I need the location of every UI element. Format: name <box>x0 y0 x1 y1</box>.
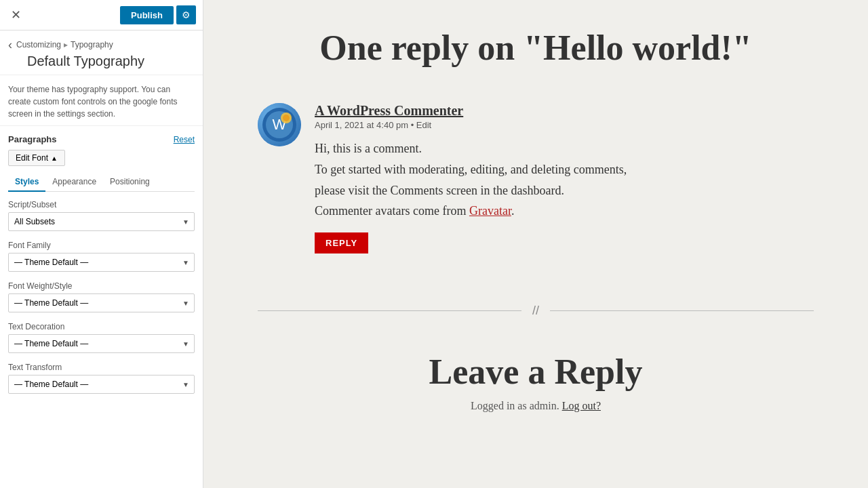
comment-line4: Commenter avatars come from <box>315 204 466 218</box>
publish-area: Publish ⚙ <box>120 5 196 24</box>
comment-meta: April 1, 2021 at 4:40 pm • Edit <box>315 120 814 130</box>
font-weight-wrapper: — Theme Default — Normal Bold Italic <box>8 293 195 312</box>
section-header: Paragraphs Reset <box>8 134 195 144</box>
comment-end: . <box>511 204 515 218</box>
paragraphs-title: Paragraphs <box>8 134 57 144</box>
breadcrumb-arrow-icon: ▸ <box>64 40 68 49</box>
panel-header: ‹ Customizing ▸ Typography Default Typog… <box>0 30 203 75</box>
top-bar: ✕ Publish ⚙ <box>0 0 203 30</box>
text-decoration-select[interactable]: — Theme Default — None Underline Line-th… <box>8 334 195 353</box>
panel-title: Default Typography <box>27 54 195 69</box>
divider-symbol: // <box>532 304 539 318</box>
paragraphs-section: Paragraphs Reset Edit Font ▲ Styles Appe… <box>0 126 203 409</box>
divider-right <box>550 310 814 311</box>
comment-section: W A WordPress Commenter April 1, 2021 at… <box>258 89 814 283</box>
comment-avatar: W <box>258 103 301 146</box>
customizer-panel: ✕ Publish ⚙ ‹ Customizing ▸ Typography D… <box>0 0 203 488</box>
script-subset-select[interactable]: All Subsets Latin Latin Extended Cyrilli… <box>8 212 195 231</box>
text-decoration-wrapper: — Theme Default — None Underline Line-th… <box>8 334 195 353</box>
comment-line2: To get started with moderating, editing,… <box>315 163 627 176</box>
divider: // <box>258 304 814 318</box>
publish-button[interactable]: Publish <box>120 6 174 24</box>
comment-line1: Hi, this is a comment. <box>315 142 422 155</box>
close-button[interactable]: ✕ <box>7 6 25 24</box>
script-subset-label: Script/Subset <box>8 200 195 209</box>
comment-item: W A WordPress Commenter April 1, 2021 at… <box>258 103 814 253</box>
tab-positioning[interactable]: Positioning <box>103 173 157 192</box>
back-button[interactable]: ‹ <box>8 39 12 51</box>
divider-left <box>258 310 521 311</box>
style-tabs: Styles Appearance Positioning <box>8 173 195 192</box>
tab-styles[interactable]: Styles <box>8 173 45 192</box>
font-family-select[interactable]: — Theme Default — Arial Georgia Verdana <box>8 253 195 272</box>
tab-appearance[interactable]: Appearance <box>45 173 103 192</box>
font-family-field: Font Family — Theme Default — Arial Geor… <box>8 241 195 272</box>
comment-text: Hi, this is a comment. To get started wi… <box>315 138 814 221</box>
settings-button[interactable]: ⚙ <box>176 5 196 24</box>
edit-font-label: Edit Font <box>16 153 48 163</box>
text-decoration-field: Text Decoration — Theme Default — None U… <box>8 322 195 353</box>
font-family-wrapper: — Theme Default — Arial Georgia Verdana <box>8 253 195 272</box>
font-weight-field: Font Weight/Style — Theme Default — Norm… <box>8 281 195 312</box>
comment-line3: please visit the Comments screen in the … <box>315 184 564 197</box>
info-text: Your theme has typography support. You c… <box>0 75 203 126</box>
gravatar-link[interactable]: Gravatar <box>469 204 511 218</box>
text-transform-field: Text Transform — Theme Default — None Up… <box>8 363 195 394</box>
text-transform-select[interactable]: — Theme Default — None Uppercase Lowerca… <box>8 375 195 394</box>
script-subset-field: Script/Subset All Subsets Latin Latin Ex… <box>8 200 195 231</box>
font-weight-select[interactable]: — Theme Default — Normal Bold Italic <box>8 293 195 312</box>
breadcrumb-part2: Typography <box>71 40 113 49</box>
svg-point-4 <box>283 115 290 121</box>
comment-body: A WordPress Commenter April 1, 2021 at 4… <box>315 103 814 253</box>
font-weight-label: Font Weight/Style <box>8 281 195 291</box>
comment-author: A WordPress Commenter <box>315 103 814 119</box>
comment-date: April 1, 2021 at 4:40 pm • Edit <box>315 120 431 130</box>
text-decoration-label: Text Decoration <box>8 322 195 331</box>
reply-button[interactable]: REPLY <box>315 232 368 253</box>
avatar-image: W <box>258 103 301 146</box>
breadcrumb: ‹ Customizing ▸ Typography <box>8 39 195 51</box>
font-family-label: Font Family <box>8 241 195 250</box>
logout-link[interactable]: Log out? <box>562 400 601 411</box>
reset-button[interactable]: Reset <box>174 135 195 144</box>
arrow-up-icon: ▲ <box>51 155 58 162</box>
logged-in-text: Logged in as admin. <box>471 400 559 411</box>
text-transform-label: Text Transform <box>8 363 195 372</box>
wp-content: One reply on "Hello world!" W <box>231 0 841 439</box>
script-subset-wrapper: All Subsets Latin Latin Extended Cyrilli… <box>8 212 195 231</box>
leave-reply-section: Leave a Reply Logged in as admin. Log ou… <box>258 338 814 426</box>
breadcrumb-part1: Customizing <box>16 40 61 49</box>
text-transform-wrapper: — Theme Default — None Uppercase Lowerca… <box>8 375 195 394</box>
leave-reply-sub: Logged in as admin. Log out? <box>258 400 814 412</box>
leave-reply-title: Leave a Reply <box>258 352 814 392</box>
edit-font-button[interactable]: Edit Font ▲ <box>8 150 65 166</box>
preview-panel: One reply on "Hello world!" W <box>203 0 868 488</box>
page-section-title: One reply on "Hello world!" <box>258 14 814 89</box>
